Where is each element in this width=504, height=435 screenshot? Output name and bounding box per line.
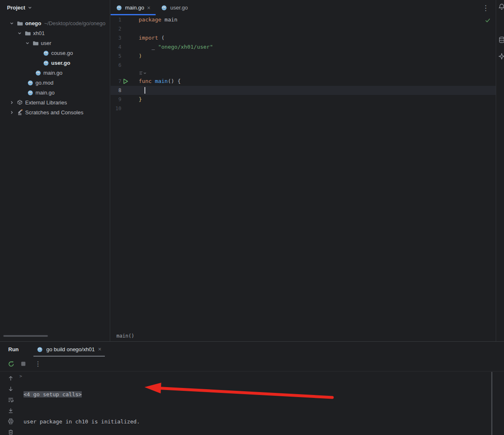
console-vertical-scrollbar[interactable] — [491, 372, 492, 435]
tree-item-label: main.go — [35, 90, 54, 96]
stop-button[interactable] — [21, 361, 26, 366]
code-line: 2 — [111, 24, 496, 33]
code-line-current: 8 — [111, 86, 496, 95]
run-tab-label: go build onego/xh01 — [46, 346, 95, 352]
project-title: Project — [7, 5, 25, 11]
code-token — [151, 78, 155, 84]
library-icon — [17, 99, 23, 106]
tree-item-xh01[interactable]: xh01 — [0, 28, 110, 38]
code-editor[interactable]: 1 package main 2 3 import ( 4 _ "onego/x… — [111, 15, 496, 113]
scroll-to-end-icon[interactable] — [7, 407, 14, 414]
tab-label: user.go — [170, 5, 188, 11]
tree-item-label: go.mod — [35, 80, 53, 86]
run-panel-header: Run go build onego/xh01 × — [0, 342, 504, 357]
print-icon[interactable] — [7, 418, 14, 425]
editor-tab-bar: main.go × user.go ⋮ — [111, 0, 496, 15]
run-console[interactable]: > <4 go setup calls> user package in ch1… — [0, 371, 504, 435]
fold-toggle[interactable]: > — [19, 372, 22, 381]
project-panel: Project onego ~/Desktop/code/go/onego xh… — [0, 0, 110, 341]
tab-label: main.go — [125, 5, 144, 11]
code-token: package — [139, 17, 161, 23]
tree-item-label: xh01 — [33, 30, 45, 36]
console-output: <4 go setup calls> user package in ch10 … — [24, 372, 143, 435]
code-line: 4 _ "onego/xh01/user" — [111, 43, 496, 52]
rerun-button[interactable] — [8, 361, 14, 367]
project-horizontal-scrollbar[interactable] — [3, 335, 48, 337]
soft-wrap-icon[interactable] — [7, 397, 14, 403]
tree-item-main-go-xh01[interactable]: main.go — [0, 68, 110, 78]
go-file-icon — [161, 5, 167, 11]
tree-item-path-hint: ~/Desktop/code/go/onego — [44, 20, 106, 26]
code-token: main — [155, 78, 168, 84]
tree-item-main-go-onego[interactable]: main.go — [0, 87, 110, 97]
project-tree: onego ~/Desktop/code/go/onego xh01 user … — [0, 15, 110, 117]
line-number: 3 — [111, 33, 121, 43]
tab-main-go[interactable]: main.go × — [111, 0, 156, 15]
tree-item-user[interactable]: user — [0, 38, 110, 48]
line-number: 8 — [111, 86, 121, 95]
close-icon[interactable]: × — [147, 5, 150, 11]
next-occurrence-icon[interactable] — [7, 385, 14, 392]
project-header[interactable]: Project — [0, 0, 110, 15]
tree-item-go-mod[interactable]: go.mod — [0, 78, 110, 87]
code-token: _ — [139, 44, 158, 50]
close-icon[interactable]: × — [98, 346, 101, 352]
editor-options-kebab-icon[interactable]: ⋮ — [482, 4, 489, 12]
code-vision-inlay-row — [111, 70, 496, 77]
inspections-ok-icon[interactable] — [485, 18, 490, 23]
go-file-icon — [43, 59, 49, 66]
line-number: 10 — [111, 104, 121, 113]
chevron-right-icon[interactable] — [9, 100, 14, 105]
run-panel: Run go build onego/xh01 × ⋮ — [0, 341, 504, 435]
go-file-icon — [35, 69, 41, 76]
prev-occurrence-icon[interactable] — [7, 375, 14, 382]
tree-item-couse-go[interactable]: couse.go — [0, 48, 110, 58]
console-selected-text: <4 go setup calls> — [24, 391, 82, 397]
tree-item-onego[interactable]: onego ~/Desktop/code/go/onego — [0, 18, 110, 28]
run-options-kebab-icon[interactable]: ⋮ — [35, 360, 41, 368]
clear-console-trash-icon[interactable] — [7, 429, 14, 435]
tree-item-label: onego — [25, 20, 41, 26]
code-line: 10 — [111, 104, 496, 113]
chevron-down-icon[interactable] — [17, 31, 22, 35]
code-token: func — [139, 78, 151, 84]
line-number: 4 — [111, 43, 121, 52]
tree-item-label: user.go — [51, 60, 70, 66]
code-line: 3 import ( — [111, 33, 496, 43]
code-token: () { — [168, 78, 180, 84]
tree-item-label: main.go — [43, 70, 62, 76]
run-tab-go-build[interactable]: go build onego/xh01 × — [33, 342, 104, 357]
chevron-down-icon[interactable] — [9, 21, 14, 26]
code-vision-inlay[interactable] — [139, 71, 147, 76]
go-file-icon — [27, 79, 33, 86]
tree-item-label: Scratches and Consoles — [25, 109, 83, 116]
code-token: ( — [158, 35, 165, 41]
code-line: 6 — [111, 61, 496, 70]
database-icon[interactable] — [498, 36, 504, 43]
tree-item-label: user — [41, 40, 51, 46]
run-main-gutter-icon[interactable] — [123, 78, 128, 84]
run-toolbar: ⋮ — [0, 357, 504, 371]
chevron-right-icon[interactable] — [9, 110, 14, 115]
code-token: main — [161, 17, 177, 23]
go-file-icon — [43, 50, 49, 56]
go-file-icon — [37, 346, 43, 352]
chevron-down-icon[interactable] — [25, 40, 30, 45]
tree-item-scratches[interactable]: Scratches and Consoles — [0, 107, 110, 117]
line-number: 9 — [111, 95, 121, 104]
text-caret — [144, 87, 145, 94]
line-number: 7 — [111, 77, 121, 86]
folder-icon — [24, 30, 31, 36]
notifications-bell-icon[interactable] — [498, 3, 504, 10]
line-number: 2 — [111, 24, 121, 33]
tab-user-go[interactable]: user.go — [156, 0, 193, 15]
tree-item-user-go[interactable]: user.go — [0, 58, 110, 68]
chevron-down-icon — [28, 5, 32, 10]
breadcrumb-item-main[interactable]: main() — [116, 333, 134, 339]
go-file-icon — [27, 89, 33, 96]
right-tool-strip — [496, 0, 504, 341]
ai-assistant-icon[interactable] — [498, 53, 504, 60]
tree-item-external-libraries[interactable]: External Libraries — [0, 97, 110, 107]
line-number: 5 — [111, 52, 121, 61]
run-panel-title: Run — [8, 346, 19, 352]
